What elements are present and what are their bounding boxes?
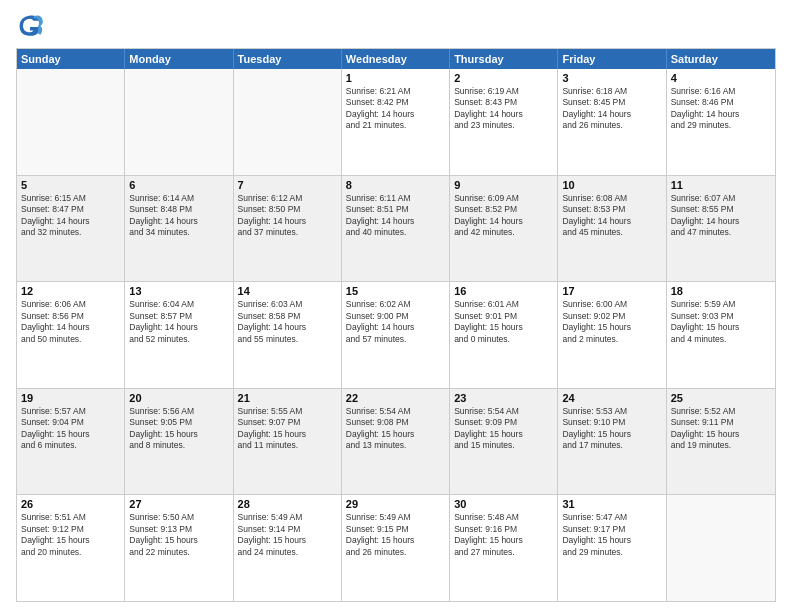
- calendar-cell: 19Sunrise: 5:57 AM Sunset: 9:04 PM Dayli…: [17, 389, 125, 495]
- day-number: 18: [671, 285, 771, 297]
- calendar: SundayMondayTuesdayWednesdayThursdayFrid…: [16, 48, 776, 602]
- weekday-header: Thursday: [450, 49, 558, 69]
- calendar-body: 1Sunrise: 6:21 AM Sunset: 8:42 PM Daylig…: [17, 69, 775, 601]
- calendar-cell: 9Sunrise: 6:09 AM Sunset: 8:52 PM Daylig…: [450, 176, 558, 282]
- day-number: 31: [562, 498, 661, 510]
- calendar-cell: 12Sunrise: 6:06 AM Sunset: 8:56 PM Dayli…: [17, 282, 125, 388]
- calendar-cell: 1Sunrise: 6:21 AM Sunset: 8:42 PM Daylig…: [342, 69, 450, 175]
- cell-info: Sunrise: 6:21 AM Sunset: 8:42 PM Dayligh…: [346, 86, 445, 132]
- day-number: 20: [129, 392, 228, 404]
- header: [16, 12, 776, 40]
- calendar-cell: 24Sunrise: 5:53 AM Sunset: 9:10 PM Dayli…: [558, 389, 666, 495]
- day-number: 28: [238, 498, 337, 510]
- cell-info: Sunrise: 5:54 AM Sunset: 9:09 PM Dayligh…: [454, 406, 553, 452]
- cell-info: Sunrise: 6:15 AM Sunset: 8:47 PM Dayligh…: [21, 193, 120, 239]
- cell-info: Sunrise: 6:19 AM Sunset: 8:43 PM Dayligh…: [454, 86, 553, 132]
- cell-info: Sunrise: 6:02 AM Sunset: 9:00 PM Dayligh…: [346, 299, 445, 345]
- cell-info: Sunrise: 5:49 AM Sunset: 9:15 PM Dayligh…: [346, 512, 445, 558]
- calendar-cell: 2Sunrise: 6:19 AM Sunset: 8:43 PM Daylig…: [450, 69, 558, 175]
- day-number: 16: [454, 285, 553, 297]
- day-number: 4: [671, 72, 771, 84]
- calendar-cell: 20Sunrise: 5:56 AM Sunset: 9:05 PM Dayli…: [125, 389, 233, 495]
- calendar-row: 19Sunrise: 5:57 AM Sunset: 9:04 PM Dayli…: [17, 389, 775, 496]
- cell-info: Sunrise: 6:06 AM Sunset: 8:56 PM Dayligh…: [21, 299, 120, 345]
- calendar-header: SundayMondayTuesdayWednesdayThursdayFrid…: [17, 49, 775, 69]
- calendar-cell: 30Sunrise: 5:48 AM Sunset: 9:16 PM Dayli…: [450, 495, 558, 601]
- day-number: 11: [671, 179, 771, 191]
- calendar-cell: [17, 69, 125, 175]
- cell-info: Sunrise: 5:49 AM Sunset: 9:14 PM Dayligh…: [238, 512, 337, 558]
- calendar-cell: 14Sunrise: 6:03 AM Sunset: 8:58 PM Dayli…: [234, 282, 342, 388]
- day-number: 19: [21, 392, 120, 404]
- day-number: 14: [238, 285, 337, 297]
- day-number: 10: [562, 179, 661, 191]
- calendar-cell: 11Sunrise: 6:07 AM Sunset: 8:55 PM Dayli…: [667, 176, 775, 282]
- day-number: 17: [562, 285, 661, 297]
- day-number: 2: [454, 72, 553, 84]
- calendar-cell: 15Sunrise: 6:02 AM Sunset: 9:00 PM Dayli…: [342, 282, 450, 388]
- calendar-cell: 8Sunrise: 6:11 AM Sunset: 8:51 PM Daylig…: [342, 176, 450, 282]
- cell-info: Sunrise: 6:11 AM Sunset: 8:51 PM Dayligh…: [346, 193, 445, 239]
- day-number: 7: [238, 179, 337, 191]
- logo-icon: [16, 12, 44, 40]
- calendar-cell: [125, 69, 233, 175]
- cell-info: Sunrise: 5:47 AM Sunset: 9:17 PM Dayligh…: [562, 512, 661, 558]
- calendar-cell: 18Sunrise: 5:59 AM Sunset: 9:03 PM Dayli…: [667, 282, 775, 388]
- day-number: 30: [454, 498, 553, 510]
- calendar-cell: 13Sunrise: 6:04 AM Sunset: 8:57 PM Dayli…: [125, 282, 233, 388]
- day-number: 3: [562, 72, 661, 84]
- calendar-cell: 29Sunrise: 5:49 AM Sunset: 9:15 PM Dayli…: [342, 495, 450, 601]
- cell-info: Sunrise: 6:03 AM Sunset: 8:58 PM Dayligh…: [238, 299, 337, 345]
- day-number: 12: [21, 285, 120, 297]
- calendar-cell: [667, 495, 775, 601]
- cell-info: Sunrise: 6:14 AM Sunset: 8:48 PM Dayligh…: [129, 193, 228, 239]
- calendar-cell: 23Sunrise: 5:54 AM Sunset: 9:09 PM Dayli…: [450, 389, 558, 495]
- day-number: 8: [346, 179, 445, 191]
- weekday-header: Tuesday: [234, 49, 342, 69]
- day-number: 9: [454, 179, 553, 191]
- weekday-header: Friday: [558, 49, 666, 69]
- day-number: 5: [21, 179, 120, 191]
- page: SundayMondayTuesdayWednesdayThursdayFrid…: [0, 0, 792, 612]
- cell-info: Sunrise: 6:01 AM Sunset: 9:01 PM Dayligh…: [454, 299, 553, 345]
- day-number: 22: [346, 392, 445, 404]
- calendar-cell: 4Sunrise: 6:16 AM Sunset: 8:46 PM Daylig…: [667, 69, 775, 175]
- cell-info: Sunrise: 5:52 AM Sunset: 9:11 PM Dayligh…: [671, 406, 771, 452]
- cell-info: Sunrise: 6:04 AM Sunset: 8:57 PM Dayligh…: [129, 299, 228, 345]
- calendar-cell: 26Sunrise: 5:51 AM Sunset: 9:12 PM Dayli…: [17, 495, 125, 601]
- cell-info: Sunrise: 5:48 AM Sunset: 9:16 PM Dayligh…: [454, 512, 553, 558]
- cell-info: Sunrise: 5:50 AM Sunset: 9:13 PM Dayligh…: [129, 512, 228, 558]
- day-number: 25: [671, 392, 771, 404]
- cell-info: Sunrise: 5:57 AM Sunset: 9:04 PM Dayligh…: [21, 406, 120, 452]
- day-number: 15: [346, 285, 445, 297]
- calendar-cell: 16Sunrise: 6:01 AM Sunset: 9:01 PM Dayli…: [450, 282, 558, 388]
- cell-info: Sunrise: 6:18 AM Sunset: 8:45 PM Dayligh…: [562, 86, 661, 132]
- day-number: 29: [346, 498, 445, 510]
- calendar-cell: 22Sunrise: 5:54 AM Sunset: 9:08 PM Dayli…: [342, 389, 450, 495]
- cell-info: Sunrise: 5:55 AM Sunset: 9:07 PM Dayligh…: [238, 406, 337, 452]
- day-number: 1: [346, 72, 445, 84]
- calendar-row: 12Sunrise: 6:06 AM Sunset: 8:56 PM Dayli…: [17, 282, 775, 389]
- calendar-row: 1Sunrise: 6:21 AM Sunset: 8:42 PM Daylig…: [17, 69, 775, 176]
- cell-info: Sunrise: 5:54 AM Sunset: 9:08 PM Dayligh…: [346, 406, 445, 452]
- calendar-row: 26Sunrise: 5:51 AM Sunset: 9:12 PM Dayli…: [17, 495, 775, 601]
- weekday-header: Monday: [125, 49, 233, 69]
- calendar-row: 5Sunrise: 6:15 AM Sunset: 8:47 PM Daylig…: [17, 176, 775, 283]
- weekday-header: Wednesday: [342, 49, 450, 69]
- calendar-cell: 17Sunrise: 6:00 AM Sunset: 9:02 PM Dayli…: [558, 282, 666, 388]
- calendar-cell: 10Sunrise: 6:08 AM Sunset: 8:53 PM Dayli…: [558, 176, 666, 282]
- calendar-cell: 28Sunrise: 5:49 AM Sunset: 9:14 PM Dayli…: [234, 495, 342, 601]
- cell-info: Sunrise: 6:08 AM Sunset: 8:53 PM Dayligh…: [562, 193, 661, 239]
- weekday-header: Sunday: [17, 49, 125, 69]
- day-number: 13: [129, 285, 228, 297]
- cell-info: Sunrise: 6:09 AM Sunset: 8:52 PM Dayligh…: [454, 193, 553, 239]
- cell-info: Sunrise: 6:12 AM Sunset: 8:50 PM Dayligh…: [238, 193, 337, 239]
- calendar-cell: 5Sunrise: 6:15 AM Sunset: 8:47 PM Daylig…: [17, 176, 125, 282]
- calendar-cell: 25Sunrise: 5:52 AM Sunset: 9:11 PM Dayli…: [667, 389, 775, 495]
- calendar-cell: 3Sunrise: 6:18 AM Sunset: 8:45 PM Daylig…: [558, 69, 666, 175]
- cell-info: Sunrise: 5:53 AM Sunset: 9:10 PM Dayligh…: [562, 406, 661, 452]
- day-number: 26: [21, 498, 120, 510]
- day-number: 23: [454, 392, 553, 404]
- calendar-cell: [234, 69, 342, 175]
- day-number: 27: [129, 498, 228, 510]
